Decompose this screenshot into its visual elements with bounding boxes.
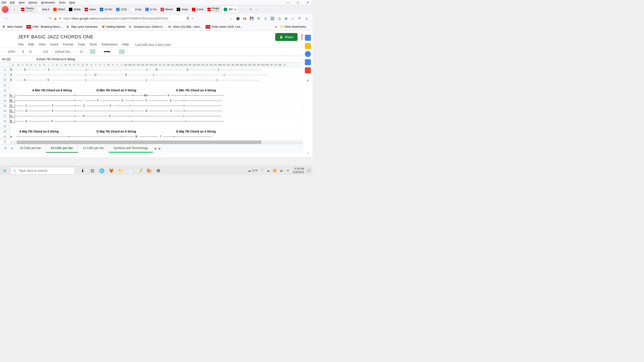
- window-close-button[interactable]: ✕: [303, 0, 312, 5]
- sheets-menu-tools[interactable]: Tools: [90, 42, 97, 46]
- bookmark-item[interactable]: GAmazon.com: Online S...: [129, 25, 165, 28]
- menu-file[interactable]: File: [2, 1, 6, 4]
- tasks-icon[interactable]: [305, 51, 311, 57]
- browser-tab[interactable]: 1223: [114, 6, 128, 13]
- share-button[interactable]: Share: [275, 33, 298, 41]
- calendar-icon[interactable]: [305, 35, 311, 41]
- ext-icon-1[interactable]: ⬤: [234, 16, 241, 20]
- taskbar-paint-icon[interactable]: 🎨: [144, 166, 154, 175]
- currency-button[interactable]: $: [22, 50, 24, 53]
- column-header[interactable]: AL: [171, 62, 175, 67]
- browser-tab[interactable]: Which: [52, 6, 67, 13]
- tray-wifi-icon[interactable]: 📶: [273, 169, 276, 172]
- sheets-menu-data[interactable]: Data: [78, 42, 85, 46]
- row-header[interactable]: 21: [0, 134, 10, 139]
- last-edit-link[interactable]: Last edit was 2 days ago: [135, 42, 171, 46]
- percent-button[interactable]: %: [29, 50, 32, 53]
- column-header[interactable]: AI: [158, 62, 162, 67]
- column-header[interactable]: BJ: [274, 62, 278, 67]
- select-all-corner[interactable]: [0, 62, 10, 67]
- column-header[interactable]: AN: [180, 62, 184, 67]
- column-header[interactable]: AV: [214, 62, 218, 67]
- column-header[interactable]: W: [106, 62, 111, 67]
- column-header[interactable]: S: [89, 62, 94, 67]
- bookmarks-overflow-icon[interactable]: »: [275, 25, 277, 29]
- url-input[interactable]: 🛡 🔒 ⚞ https://docs.google.com/spreadshee…: [46, 15, 197, 22]
- add-panel-button[interactable]: +: [305, 78, 311, 84]
- font-dropdown[interactable]: Default (Ari...: [55, 50, 72, 53]
- sheets-menu-file[interactable]: File: [18, 42, 24, 46]
- string-cell[interactable]: G: [10, 104, 15, 107]
- column-header[interactable]: B: [16, 62, 20, 67]
- row-header[interactable]: 18: [0, 119, 10, 124]
- column-header[interactable]: V: [102, 62, 106, 67]
- column-header[interactable]: Z: [119, 62, 124, 67]
- other-bookmarks-folder[interactable]: 📁 Other Bookmarks: [280, 25, 306, 28]
- column-header[interactable]: AT: [205, 62, 210, 67]
- column-header[interactable]: AY: [227, 62, 231, 67]
- ext-g-icon[interactable]: ◉: [282, 16, 289, 20]
- column-header[interactable]: AB: [128, 62, 132, 67]
- column-header[interactable]: L: [59, 62, 64, 67]
- row-header[interactable]: 12: [0, 88, 10, 93]
- bookmark-item[interactable]: 🦊Getting Started: [102, 25, 125, 28]
- column-header[interactable]: BA: [235, 62, 240, 67]
- string-cell[interactable]: A: [10, 73, 15, 76]
- taskbar-notepad-icon[interactable]: 📝: [135, 166, 144, 175]
- formula-bar[interactable]: A Dom 7th Chord on 6 String: [24, 57, 75, 61]
- column-header[interactable]: K: [55, 62, 59, 67]
- grid-row[interactable]: [10, 82, 312, 88]
- column-header[interactable]: AS: [201, 62, 205, 67]
- grid-row[interactable]: B---------------------------------------…: [10, 98, 312, 103]
- column-header[interactable]: BG: [261, 62, 265, 67]
- fontsize-dropdown[interactable]: 12: [80, 50, 83, 53]
- column-header[interactable]: C: [20, 62, 25, 67]
- column-header[interactable]: BI: [270, 62, 274, 67]
- zoom-dropdown[interactable]: 100%: [8, 50, 15, 53]
- sheets-menu-insert[interactable]: Insert: [50, 42, 58, 46]
- number-format-button[interactable]: 123: [43, 50, 48, 53]
- column-header[interactable]: AQ: [192, 62, 197, 67]
- taskbar-firefox-icon[interactable]: 🦊: [106, 166, 116, 175]
- column-header[interactable]: BC: [244, 62, 248, 67]
- tab-cell[interactable]: - - - - - - - - - - - - - - - - - - - - …: [15, 73, 267, 76]
- menu-bookmarks[interactable]: Bookmarks: [41, 1, 55, 4]
- column-header[interactable]: AO: [184, 62, 188, 67]
- bookmark-star-icon[interactable]: ☆: [192, 17, 194, 20]
- tab-cell[interactable]: - - - - A - - - - - - - - - - - - 5 - - …: [15, 78, 260, 81]
- hamburger-menu-icon[interactable]: ≡: [303, 17, 310, 20]
- column-header[interactable]: BE: [252, 62, 257, 67]
- name-box[interactable]: A1:Q2: [0, 57, 24, 61]
- bookmark-item[interactable]: ⚙Most Visited: [2, 25, 22, 28]
- column-header[interactable]: AW: [218, 62, 222, 67]
- column-header[interactable]: BB: [240, 62, 244, 67]
- browser-tab[interactable]: in tun: [129, 6, 143, 13]
- string-cell[interactable]: e: [10, 135, 15, 138]
- maps-icon[interactable]: [305, 67, 311, 73]
- tray-onedrive-icon[interactable]: ☁: [267, 169, 270, 172]
- sheets-menu-view[interactable]: View: [39, 42, 46, 46]
- bookmark-item[interactable]: CNNCNN - Breaking News,...: [26, 25, 63, 28]
- tab-cell[interactable]: -------- A ----------------------- 5 ---…: [15, 119, 224, 123]
- column-header[interactable]: AP: [188, 62, 192, 67]
- grid-row[interactable]: e---------------------------------------…: [10, 134, 312, 139]
- taskbar-search-input[interactable]: Type here to search: [10, 167, 75, 174]
- column-header[interactable]: BD: [248, 62, 252, 67]
- fill-color-button[interactable]: [90, 49, 95, 54]
- sheets-menu-format[interactable]: Format: [63, 42, 74, 46]
- taskbar-clock[interactable]: 5:18 PM 1/26/2023: [292, 167, 304, 174]
- browser-tab[interactable]: CNNAdam: [83, 6, 98, 13]
- nav-forward-button[interactable]: →: [10, 16, 16, 21]
- grid-row[interactable]: A Min 7th Chord on 6 StringD Min 7th Cho…: [10, 88, 312, 93]
- bookmark-item[interactable]: CNNPolar vortex 2019: Live...: [206, 25, 242, 28]
- taskbar-word-icon[interactable]: 📄: [125, 166, 135, 175]
- column-header[interactable]: A: [10, 62, 16, 67]
- tray-volume-icon[interactable]: 🔊: [280, 169, 283, 172]
- taskbar-explorer-icon[interactable]: 📁: [116, 166, 125, 175]
- contacts-icon[interactable]: [305, 59, 311, 65]
- browser-tab[interactable]: JEF✕: [222, 6, 238, 13]
- grid-row[interactable]: [10, 124, 312, 129]
- grid-row[interactable]: G-------- C ----------------------- 5 --…: [10, 103, 312, 108]
- row-header[interactable]: 13: [0, 93, 10, 98]
- tab-cell[interactable]: -------- G ----------------------- 5 ---…: [15, 109, 222, 112]
